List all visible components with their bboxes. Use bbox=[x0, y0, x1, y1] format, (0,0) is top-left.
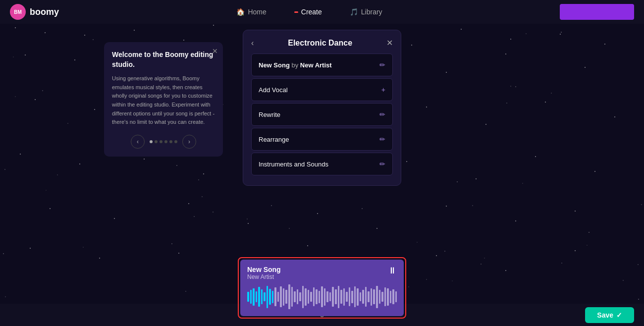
star bbox=[510, 86, 511, 87]
dialog-back-button[interactable]: ‹ bbox=[251, 39, 254, 48]
waveform-bar bbox=[354, 286, 356, 307]
add-vocal-label: Add Vocal bbox=[259, 86, 288, 94]
dialog-title: Electronic Dance bbox=[288, 39, 352, 48]
star bbox=[194, 216, 195, 217]
star bbox=[585, 67, 586, 68]
waveform[interactable] bbox=[247, 284, 397, 309]
star bbox=[575, 211, 576, 212]
star bbox=[198, 179, 199, 180]
new-song-edit-icon: ✏ bbox=[379, 61, 385, 69]
star bbox=[476, 178, 477, 179]
new-song-artist: New Artist bbox=[300, 61, 332, 69]
waveform-bar bbox=[384, 287, 386, 306]
nav-right-button[interactable] bbox=[560, 4, 634, 20]
star bbox=[614, 116, 615, 117]
star bbox=[515, 220, 516, 221]
waveform-bar bbox=[305, 288, 307, 306]
star bbox=[202, 196, 203, 197]
menu-item-add-vocal[interactable]: Add Vocal + bbox=[251, 78, 393, 101]
menu-item-rearrange[interactable]: Rearrange ✏ bbox=[251, 128, 393, 151]
star bbox=[45, 32, 46, 33]
dialog-close-button[interactable]: ✕ bbox=[386, 38, 393, 48]
waveform-bar bbox=[256, 291, 258, 302]
star bbox=[484, 258, 485, 259]
waveform-bar bbox=[316, 289, 318, 304]
welcome-dots bbox=[150, 140, 177, 143]
welcome-close-button[interactable]: ✕ bbox=[212, 47, 218, 55]
create-indicator bbox=[294, 11, 298, 13]
star bbox=[545, 102, 546, 103]
star bbox=[114, 218, 115, 219]
star bbox=[472, 205, 473, 206]
waveform-bar bbox=[329, 292, 331, 301]
rearrange-label: Rearrange bbox=[259, 136, 289, 143]
star bbox=[638, 299, 639, 300]
star bbox=[426, 279, 427, 280]
waveform-bar bbox=[371, 288, 373, 306]
star bbox=[444, 251, 445, 252]
waveform-bar bbox=[349, 287, 351, 306]
nav-library[interactable]: 🎵 Library bbox=[346, 6, 386, 18]
star bbox=[176, 165, 177, 166]
waveform-bar bbox=[326, 291, 328, 302]
star bbox=[535, 156, 536, 157]
star bbox=[406, 161, 407, 162]
star bbox=[79, 163, 80, 164]
star bbox=[452, 280, 453, 281]
waveform-bar bbox=[302, 286, 304, 308]
star bbox=[247, 218, 248, 219]
star bbox=[203, 173, 204, 174]
star bbox=[417, 242, 418, 243]
nav-home[interactable]: 🏠 Home bbox=[232, 6, 270, 18]
waveform-bar bbox=[258, 287, 260, 307]
player-artist: New Artist bbox=[247, 273, 281, 280]
logo-area: BM boomy bbox=[10, 4, 59, 20]
nav-create-label: Create bbox=[301, 8, 322, 16]
star bbox=[317, 213, 318, 214]
star bbox=[446, 72, 447, 73]
star bbox=[594, 171, 595, 172]
menu-item-new-song[interactable]: New Song by New Artist ✏ bbox=[251, 54, 393, 76]
star bbox=[13, 56, 14, 57]
star bbox=[178, 253, 179, 254]
waveform-bar bbox=[390, 291, 392, 303]
player-header: New Song New Artist ⏸ bbox=[247, 266, 397, 280]
waveform-bar bbox=[299, 292, 301, 301]
star bbox=[426, 107, 427, 108]
menu-item-instruments[interactable]: Instruments and Sounds ✏ bbox=[251, 153, 393, 175]
home-icon: 🏠 bbox=[236, 8, 245, 16]
welcome-panel: ✕ Welcome to the Boomy editing studio. U… bbox=[104, 42, 223, 157]
welcome-navigation: ‹ › bbox=[112, 135, 215, 149]
instruments-edit-icon: ✏ bbox=[379, 160, 385, 168]
welcome-prev-button[interactable]: ‹ bbox=[131, 135, 145, 149]
waveform-bar bbox=[324, 288, 326, 306]
star bbox=[604, 44, 605, 45]
player-pause-button[interactable]: ⏸ bbox=[388, 266, 397, 276]
star bbox=[561, 263, 562, 264]
welcome-title: Welcome to the Boomy editing studio. bbox=[112, 50, 215, 69]
rewrite-edit-icon: ✏ bbox=[379, 110, 385, 118]
welcome-next-button[interactable]: › bbox=[182, 135, 196, 149]
waveform-bar bbox=[332, 287, 334, 307]
star bbox=[457, 181, 458, 182]
star bbox=[587, 245, 588, 246]
star bbox=[35, 99, 36, 100]
new-song-label: New Song by New Artist bbox=[259, 61, 332, 69]
waveform-bar bbox=[291, 287, 293, 307]
waveform-bar bbox=[373, 289, 375, 304]
waveform-bar bbox=[288, 284, 290, 309]
star bbox=[213, 25, 214, 26]
waveform-bar bbox=[338, 286, 340, 308]
star bbox=[134, 30, 135, 31]
star bbox=[213, 212, 214, 213]
star bbox=[560, 34, 561, 35]
star bbox=[446, 206, 447, 207]
waveform-bar bbox=[313, 287, 315, 306]
nav-home-label: Home bbox=[248, 8, 266, 16]
save-button[interactable]: Save ✓ bbox=[585, 307, 634, 323]
menu-item-rewrite[interactable]: Rewrite ✏ bbox=[251, 103, 393, 126]
star bbox=[15, 27, 16, 28]
waveform-bar bbox=[269, 289, 271, 305]
waveform-bar bbox=[343, 288, 345, 306]
nav-create[interactable]: Create bbox=[290, 6, 326, 18]
